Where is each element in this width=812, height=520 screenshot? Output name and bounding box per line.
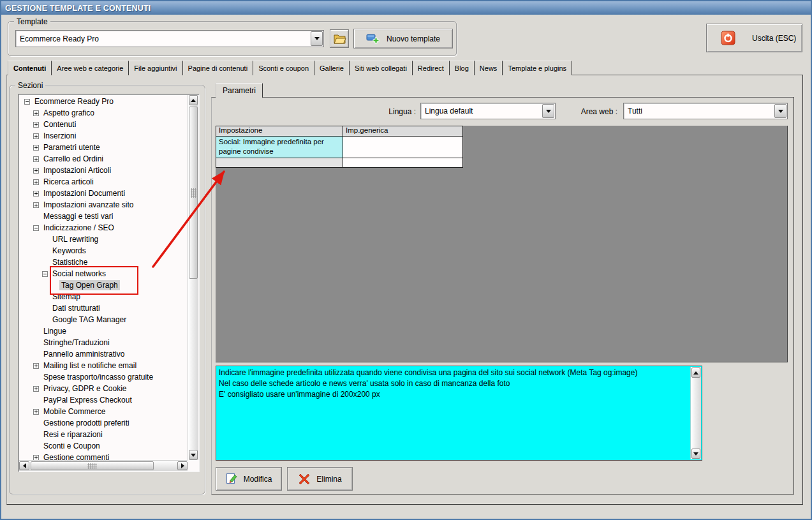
cell-imp-generica[interactable] [343,137,463,158]
elimina-button[interactable]: Elimina [287,467,353,491]
tab-parametri[interactable]: Parametri [216,83,263,98]
expand-plus-icon[interactable] [33,156,39,162]
tree-item-label: Impostazioni Documenti [41,188,127,198]
tree-scroll-up-button[interactable] [189,95,198,105]
tree-scroll-right-button[interactable] [177,461,188,470]
expand-plus-icon[interactable] [33,145,39,151]
tab-contenuti[interactable]: Contenuti [8,61,52,75]
open-template-folder-button[interactable] [330,29,349,48]
tree-item-google-tag-manager[interactable]: Google TAG Manager [19,314,188,325]
area-web-combobox-drop-button[interactable] [774,104,786,118]
expand-plus-icon[interactable] [33,363,39,369]
expand-plus-icon[interactable] [33,409,39,415]
tree-horizontal-scrollbar[interactable] [19,460,188,471]
tree-item-parametri-utente[interactable]: Parametri utente [19,142,188,153]
tree-item-gestione-commenti[interactable]: Gestione commenti [19,452,188,460]
tree-item-dati-strutturati[interactable]: Dati strutturati [19,302,188,314]
template-combobox-drop-button[interactable] [311,31,323,46]
expand-plus-icon[interactable] [33,122,39,128]
tree-item-impostazioni-articoli[interactable]: Impostazioni Articoli [19,165,188,176]
tree-leaf-spacer [33,340,39,346]
tree-item-mailing-list-e-notifiche-email[interactable]: Mailing list e notifiche email [19,360,188,371]
tree-vertical-scroll-thumb[interactable] [189,107,198,279]
collapse-minus-icon[interactable] [42,271,48,277]
tab-file-aggiuntivi[interactable]: File aggiuntivi [129,61,182,75]
tree-item-lingue[interactable]: Lingue [19,325,188,337]
tree-item-resi-e-riparazioni[interactable]: Resi e riparazioni [19,429,188,440]
expand-plus-icon[interactable] [33,191,39,197]
info-vertical-scrollbar[interactable] [690,367,701,459]
tree-scroll-left-button[interactable] [19,461,29,470]
tree-vertical-scrollbar[interactable] [188,95,198,460]
exit-button[interactable]: Uscita (ESC) [706,24,802,52]
tab-aree-web-e-categorie[interactable]: Aree web e categorie [52,61,129,75]
tree-item-gestione-prodotti-preferiti[interactable]: Gestione prodotti preferiti [19,417,188,429]
column-header-impostazione: Impostazione [216,126,343,137]
tree-item-aspetto-grafico[interactable]: Aspetto grafico [19,107,188,119]
tree-item-url-rewriting[interactable]: URL rewriting [19,234,188,245]
scroll-down-icon [191,454,196,457]
tab-sconti-e-coupon[interactable]: Sconti e coupon [253,61,314,75]
tree-item-label: Google TAG Manager [50,315,128,325]
tab-siti-web-collegati[interactable]: Siti web collegati [350,61,413,75]
cell-imp-generica[interactable] [343,158,463,168]
template-combobox[interactable]: Ecommerce Ready Pro [15,30,324,47]
new-template-button[interactable]: Nuovo template [353,29,453,48]
tree-horizontal-scroll-thumb[interactable] [31,461,154,470]
tab-gallerie[interactable]: Gallerie [314,61,350,75]
tree-item-spese-trasporto-incasso-gratuite[interactable]: Spese trasporto/incasso gratuite [19,371,188,383]
tree-leaf-spacer [42,260,48,265]
tree-item-pannello-amministrativo[interactable]: Pannello amministrativo [19,348,188,360]
sezioni-groupbox-label: Sezioni [15,81,45,90]
lingua-combobox-drop-button[interactable] [542,104,554,118]
cell-impostazione[interactable] [216,158,343,168]
column-header-imp-generica: Imp.generica [343,126,463,137]
expand-plus-icon[interactable] [33,386,39,392]
tree-item-ecommerce-ready-pro[interactable]: Ecommerce Ready Pro [19,96,188,107]
tree-item-carrello-ed-ordini[interactable]: Carrello ed Ordini [19,153,188,165]
tree-item-inserzioni[interactable]: Inserzioni [19,130,188,142]
tree-item-contenuti[interactable]: Contenuti [19,119,188,130]
collapse-minus-icon[interactable] [24,99,30,105]
collapse-minus-icon[interactable] [33,225,39,231]
tree-item-keywords[interactable]: Keywords [19,245,188,256]
expand-plus-icon[interactable] [33,110,39,116]
lingua-combobox[interactable]: Lingua default [420,103,556,119]
tree-item-paypal-express-checkout[interactable]: PayPal Express Checkout [19,394,188,406]
tab-template-e-plugins[interactable]: Template e plugins [503,61,572,75]
cell-impostazione[interactable]: Social: Immagine predefinita per pagine … [216,137,343,158]
expand-plus-icon[interactable] [33,168,39,174]
info-scroll-down-button[interactable] [691,449,700,459]
open-folder-icon [333,34,346,44]
tab-redirect[interactable]: Redirect [413,61,450,75]
tree-item-ricerca-articoli[interactable]: Ricerca articoli [19,176,188,188]
tab-blog[interactable]: Blog [450,61,475,75]
area-web-combobox[interactable]: Tutti [623,103,788,119]
expand-plus-icon[interactable] [33,202,39,208]
table-row[interactable]: Social: Immagine predefinita per pagine … [216,137,463,158]
table-row[interactable] [216,158,463,168]
tree-item-messaggi-e-testi-vari[interactable]: Messaggi e testi vari [19,211,188,222]
chevron-down-icon [778,110,783,113]
tree-item-impostazioni-avanzate-sito[interactable]: Impostazioni avanzate sito [19,199,188,211]
tree-item-indicizzazione-seo[interactable]: Indicizzazione / SEO [19,222,188,234]
modifica-button[interactable]: Modifica [216,467,282,491]
tree-item-label: Resi e riparazioni [41,429,105,440]
expand-plus-icon[interactable] [33,455,39,461]
expand-plus-icon[interactable] [33,133,39,139]
param-table-body: Social: Immagine predefinita per pagine … [216,137,463,168]
new-template-button-label: Nuovo template [387,34,440,43]
tree-item-stringhe-traduzioni[interactable]: Stringhe/Traduzioni [19,337,188,348]
tree-item-sconti-e-coupon[interactable]: Sconti e Coupon [19,440,188,452]
tab-news[interactable]: News [475,61,503,75]
expand-plus-icon[interactable] [33,179,39,185]
tree-item-impostazioni-documenti[interactable]: Impostazioni Documenti [19,188,188,199]
template-groupbox-label: Template [14,17,50,26]
info-scroll-up-button[interactable] [691,368,700,378]
tree-scroll-down-button[interactable] [189,450,198,460]
tree-item-mobile-commerce[interactable]: Mobile Commerce [19,406,188,417]
tab-pagine-di-contenuti[interactable]: Pagine di contenuti [183,61,254,75]
tree-item-label: Contenuti [41,119,78,130]
info-line: E' consigliato usare un'immagine di 200x… [219,389,688,400]
tree-item-privacy-gdpr-e-cookie[interactable]: Privacy, GDPR e Cookie [19,383,188,394]
